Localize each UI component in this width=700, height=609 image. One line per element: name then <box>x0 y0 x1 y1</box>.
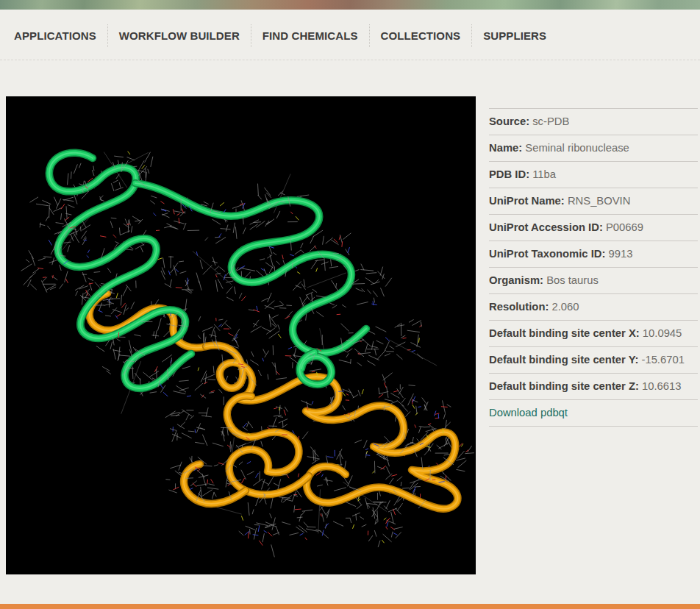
detail-row: Resolution: 2.060 <box>489 294 698 321</box>
detail-label: Default binding site center Z: <box>489 380 642 392</box>
detail-value: Seminal ribonuclease <box>525 142 629 154</box>
detail-row: Default binding site center Z: 10.6613 <box>489 374 698 400</box>
detail-row: UniProt Taxonomic ID: 9913 <box>489 241 698 268</box>
detail-label: Name: <box>489 142 525 154</box>
detail-row: Default binding site center Y: -15.6701 <box>489 347 698 374</box>
detail-row: Organism: Bos taurus <box>489 268 698 294</box>
nav-item-find-chemicals[interactable]: FIND CHEMICALS <box>251 24 369 47</box>
download-row: Download pdbqt <box>489 400 698 427</box>
detail-value: P00669 <box>606 221 643 233</box>
detail-value: -15.6701 <box>641 354 684 366</box>
download-pdbqt-link[interactable]: Download pdbqt <box>489 407 568 419</box>
detail-label: Default binding site center Y: <box>489 354 641 366</box>
detail-label: UniProt Accession ID: <box>489 221 606 233</box>
detail-label: UniProt Name: <box>489 195 568 207</box>
detail-row: Name: Seminal ribonuclease <box>489 135 698 162</box>
nav-item-suppliers[interactable]: SUPPLIERS <box>471 24 557 47</box>
detail-value: Bos taurus <box>546 274 599 286</box>
detail-row: UniProt Name: RNS_BOVIN <box>489 188 698 215</box>
detail-value: 2.060 <box>552 301 579 313</box>
detail-row: UniProt Accession ID: P00669 <box>489 215 698 241</box>
detail-label: Default binding site center X: <box>489 327 643 339</box>
detail-label: PDB ID: <box>489 168 532 180</box>
chain-ribbon-green <box>49 153 366 388</box>
detail-value: 11ba <box>532 168 556 180</box>
detail-label: Source: <box>489 115 532 127</box>
detail-value: 9913 <box>609 248 633 260</box>
nav-item-applications[interactable]: APPLICATIONS <box>3 24 107 47</box>
nav-item-collections[interactable]: COLLECTIONS <box>369 24 472 47</box>
header-banner <box>0 0 700 10</box>
detail-value: 10.0945 <box>643 327 682 339</box>
nav-item-workflow-builder[interactable]: WORKFLOW BUILDER <box>107 24 251 47</box>
detail-row: Default binding site center X: 10.0945 <box>489 321 698 347</box>
detail-row: Source: sc-PDB <box>489 109 698 135</box>
detail-label: Organism: <box>489 274 546 286</box>
protein-structure-render <box>6 96 476 574</box>
detail-value: sc-PDB <box>532 115 569 127</box>
detail-row: PDB ID: 11ba <box>489 162 698 188</box>
detail-label: UniProt Taxonomic ID: <box>489 248 609 260</box>
protein-details-panel: Source: sc-PDBName: Seminal ribonuclease… <box>489 108 698 427</box>
main-navigation: APPLICATIONSWORKFLOW BUILDERFIND CHEMICA… <box>0 10 700 60</box>
nav-menu: APPLICATIONSWORKFLOW BUILDERFIND CHEMICA… <box>3 24 557 47</box>
detail-label: Resolution: <box>489 301 552 313</box>
detail-value: RNS_BOVIN <box>568 195 631 207</box>
footer-accent-bar <box>0 604 700 609</box>
detail-value: 10.6613 <box>642 380 682 392</box>
molecule-viewer[interactable] <box>6 96 476 574</box>
